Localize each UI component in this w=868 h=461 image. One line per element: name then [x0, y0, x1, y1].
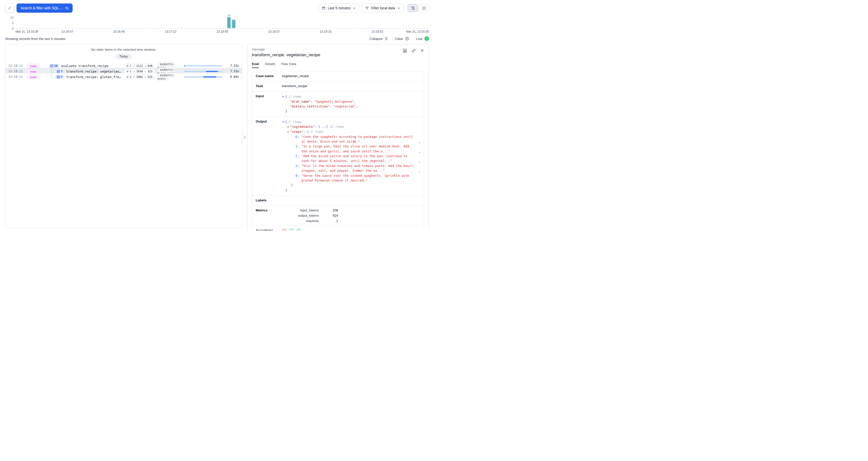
- open-brace: {: [285, 120, 287, 124]
- span-name: evaluate transform_recipe: [61, 64, 108, 68]
- task-value: transform_recipe: [282, 84, 421, 88]
- sql-search-button[interactable]: Search & filter with SQL...: [17, 3, 72, 12]
- json-key: "dietary_restriction": [290, 104, 330, 109]
- input-tokens: 1082: [136, 75, 143, 79]
- chevron-right-icon[interactable]: [287, 126, 289, 128]
- metric-key: input_tokens:: [282, 208, 319, 212]
- plus-square-icon: [57, 75, 60, 78]
- close-icon: [420, 49, 424, 53]
- live-label: Live: [416, 37, 423, 41]
- x-tick-label: 13:19:15: [320, 30, 332, 33]
- histogram-bar[interactable]: [227, 17, 230, 28]
- token-usage-pill: ⊘ Σ ↗1082 ↘325: [124, 74, 155, 79]
- metric-key: requests:: [282, 219, 319, 223]
- x-tick-label: 13:18:37: [268, 30, 280, 33]
- records-timeline-chart[interactable]: 10 5 0 Mar 31, 13:15:30 13:16:07 13:16:4…: [5, 16, 429, 34]
- trace-rows: 13:18:11 evals 16 evaluate transform_rec…: [5, 62, 242, 79]
- filter-lines-icon: [365, 6, 369, 9]
- slash-shortcut-key[interactable]: /: [5, 3, 14, 12]
- metric-value: 208: [319, 208, 338, 212]
- topbar-left: / Search & filter with SQL...: [5, 3, 72, 12]
- duration-bar: [184, 71, 222, 72]
- duration-bar: [184, 76, 222, 78]
- eval-field-table: Case name vegetarian_recipe Task transfo…: [252, 71, 424, 230]
- records-summary-text: Showing records from the last 5 minutes: [5, 37, 66, 41]
- collapsed-array-preview[interactable]: [...]: [318, 124, 328, 129]
- input-tokens: 2112: [136, 64, 143, 67]
- output-tokens: 648: [148, 64, 152, 67]
- tree-view-toggle-button[interactable]: [408, 4, 418, 12]
- collapse-icon: [384, 37, 388, 40]
- assertion-pass-icon[interactable]: [297, 228, 301, 230]
- input-label: Input: [256, 94, 282, 98]
- chevron-down-icon: [397, 7, 400, 9]
- row-timestamp: 13:18:11: [8, 75, 25, 79]
- metric-value: 1: [319, 219, 338, 223]
- x-tick-label: 13:19:52: [371, 30, 383, 33]
- flat-list-toggle-button[interactable]: [419, 4, 429, 12]
- view-toggle-group: [408, 4, 429, 12]
- chart-plot-area[interactable]: 10 5 0: [16, 16, 429, 29]
- children-count-badge[interactable]: 7: [56, 75, 64, 79]
- chevron-down-icon[interactable]: [282, 95, 284, 98]
- tab-details[interactable]: Details: [265, 62, 275, 68]
- resize-grip-icon: [244, 136, 246, 139]
- assertion-pass-icon[interactable]: [289, 228, 294, 230]
- chart-x-axis: Mar 31, 13:15:30 13:16:07 13:16:45 13:17…: [16, 30, 429, 34]
- duration-text: 6.89s: [224, 75, 239, 79]
- colon: :: [303, 129, 305, 134]
- row-timestamp: 13:18:11: [8, 69, 25, 73]
- comma: ,: [418, 149, 421, 154]
- open-brace: {: [285, 94, 287, 99]
- collapse-all-button[interactable]: Collapse: [369, 37, 388, 41]
- x-tick-label: Mar 31, 13:20:30: [406, 30, 429, 33]
- day-separator: Today: [5, 54, 242, 59]
- chevron-down-icon[interactable]: [287, 130, 289, 133]
- x-tick-label: 13:16:45: [113, 30, 125, 33]
- trace-row-selected[interactable]: 13:18:11 evals 7 transform_recipe: veget…: [5, 68, 242, 73]
- comma: ,: [418, 158, 421, 163]
- sigma-icon: Σ: [130, 70, 132, 73]
- row-timestamp: 13:18:11: [8, 64, 25, 67]
- tab-raw-data[interactable]: Raw Data: [281, 62, 296, 68]
- live-toggle-button[interactable]: Live: [416, 36, 429, 41]
- topbar-right: Last 5 minutes Filter local data: [318, 3, 429, 12]
- chevron-down-icon: [353, 7, 355, 9]
- trace-row[interactable]: 13:18:11 evals 16 evaluate transform_rec…: [5, 62, 242, 68]
- collapse-label: Collapse: [369, 37, 382, 41]
- histogram-bar[interactable]: [232, 20, 235, 28]
- clear-button[interactable]: Clear: [395, 37, 409, 41]
- clear-label: Clear: [395, 37, 403, 41]
- labels-row: Labels: [252, 195, 424, 206]
- items-count-note: 5 items: [311, 129, 324, 134]
- time-range-button[interactable]: Last 5 minutes: [318, 3, 359, 12]
- archive-button[interactable]: [403, 49, 407, 53]
- comma: ,: [354, 99, 356, 104]
- span-name-cell: 16 evaluate transform_recipe: [49, 64, 122, 68]
- colon: :: [298, 163, 300, 168]
- children-count-badge[interactable]: 7: [56, 69, 64, 73]
- colon: :: [315, 124, 317, 129]
- app-root: / Search & filter with SQL... Last 5 min…: [0, 0, 434, 230]
- array-index: 0: [296, 134, 298, 139]
- tree-view-icon: [411, 6, 415, 10]
- close-panel-button[interactable]: [420, 49, 424, 53]
- output-tokens: 325: [148, 75, 152, 79]
- day-pill[interactable]: Today: [116, 54, 131, 59]
- detail-title: transform_recipe: vegetarian_recipe: [252, 53, 320, 58]
- tab-eval[interactable]: Eval: [252, 62, 259, 68]
- json-string-value: "vegetarian": [333, 104, 356, 109]
- close-brace: }: [285, 188, 287, 192]
- chevron-down-icon[interactable]: [282, 121, 284, 123]
- assertion-fail-icon[interactable]: [282, 228, 287, 230]
- panel-resize-handle[interactable]: [242, 44, 247, 230]
- copy-link-button[interactable]: [411, 49, 416, 53]
- close-brace: }: [285, 109, 287, 114]
- filter-local-data-button[interactable]: Filter local data: [362, 3, 404, 12]
- flat-list-icon: [422, 6, 426, 10]
- assertions-row: Assertions: [252, 226, 424, 230]
- x-tick-label: Mar 31, 13:15:30: [16, 30, 38, 33]
- no-cache-icon: ⊘: [126, 75, 129, 79]
- children-count: 7: [61, 70, 62, 73]
- trace-row[interactable]: 13:18:11 evals 7 transform_recipe: glute…: [5, 73, 242, 79]
